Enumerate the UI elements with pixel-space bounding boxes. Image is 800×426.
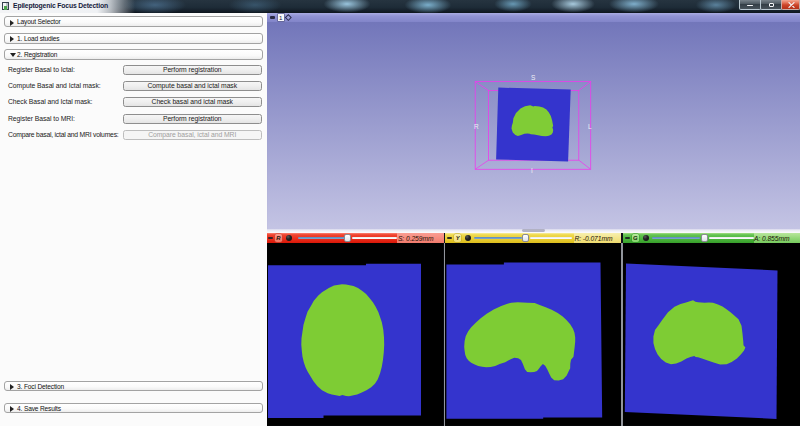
svg-text:L: L <box>587 123 591 130</box>
svg-text:R: R <box>474 123 479 130</box>
svg-text:S: S <box>531 74 536 81</box>
svg-text:I: I <box>531 167 533 174</box>
